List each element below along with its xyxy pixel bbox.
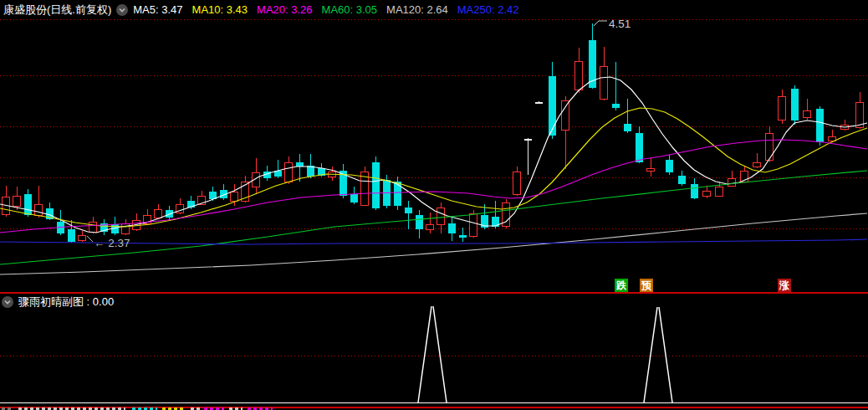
ma-line-MA250: [0, 239, 867, 244]
candle[interactable]: [155, 204, 162, 219]
subchart-title: 骤雨初晴副图: [18, 295, 84, 310]
candle-body: [716, 187, 723, 196]
candle[interactable]: [753, 153, 761, 168]
candle[interactable]: [372, 156, 380, 210]
chart-canvas[interactable]: 4.51← 2.37: [0, 0, 868, 410]
candle[interactable]: [841, 120, 849, 131]
candle[interactable]: [24, 189, 32, 217]
candle[interactable]: [791, 85, 799, 125]
candle-body: [437, 208, 445, 224]
candle[interactable]: [856, 92, 864, 129]
candle-body: [296, 162, 304, 167]
candle-body: [524, 139, 532, 141]
candle[interactable]: [513, 167, 521, 196]
candle[interactable]: [448, 218, 456, 241]
candle[interactable]: [600, 47, 608, 100]
candle[interactable]: [394, 177, 401, 210]
candle-body: [624, 124, 631, 131]
candle[interactable]: [589, 23, 596, 89]
candle[interactable]: [285, 156, 293, 184]
signal-spike: [418, 306, 447, 402]
ma-line-MA20: [0, 140, 867, 233]
candle[interactable]: [296, 154, 304, 182]
annotation-leader: [87, 236, 93, 242]
candle-body: [513, 172, 521, 194]
candle-body: [416, 215, 423, 229]
candle[interactable]: [766, 126, 774, 162]
candle-body: [372, 162, 380, 208]
candle[interactable]: [3, 186, 10, 217]
candle[interactable]: [350, 187, 358, 204]
signal-tag: 跌: [615, 279, 628, 292]
candle[interactable]: [340, 164, 347, 198]
candle[interactable]: [405, 201, 412, 229]
candle-body: [350, 194, 358, 202]
chevron-down-icon[interactable]: [2, 296, 13, 308]
candle-body: [448, 223, 456, 233]
candle[interactable]: [100, 219, 108, 235]
candle-body: [728, 178, 736, 186]
candle-body: [703, 191, 711, 196]
candle[interactable]: [361, 167, 369, 206]
candle-body: [285, 162, 293, 182]
candle[interactable]: [459, 228, 467, 242]
candle-body: [829, 136, 836, 141]
candle[interactable]: [703, 186, 711, 198]
candle-body: [779, 96, 786, 120]
trading-app-window: 康盛股份(日线.前复权) MA5: 3.47MA10: 3.43MA20: 3.…: [0, 0, 868, 410]
signal-tag: 涨: [778, 279, 791, 292]
candle[interactable]: [716, 182, 723, 197]
candle[interactable]: [678, 171, 686, 186]
candle-body: [68, 229, 75, 242]
ma-line-MA10: [0, 108, 867, 227]
candle-body: [155, 209, 162, 218]
candle-body: [79, 235, 86, 240]
candle[interactable]: [133, 213, 140, 231]
candle[interactable]: [666, 155, 673, 175]
candle[interactable]: [575, 48, 583, 93]
candle-body: [691, 184, 698, 198]
candle[interactable]: [549, 62, 556, 139]
candle-body: [636, 133, 643, 162]
candle-body: [562, 100, 569, 130]
candle-body: [753, 162, 761, 167]
candle-body: [231, 192, 238, 201]
candle-body: [575, 61, 583, 90]
candle[interactable]: [57, 210, 64, 235]
candle[interactable]: [274, 160, 282, 178]
candle-body: [35, 204, 43, 215]
candle-body: [856, 102, 864, 127]
candle-body: [678, 176, 686, 184]
candle[interactable]: [612, 62, 620, 110]
candle-body: [89, 222, 97, 232]
candle-body: [426, 224, 434, 229]
candle-body: [13, 196, 21, 206]
candle[interactable]: [166, 206, 173, 219]
signal-spike: [644, 307, 672, 402]
candle[interactable]: [624, 99, 631, 133]
candle[interactable]: [426, 213, 434, 233]
candle-body: [647, 168, 655, 171]
candle[interactable]: [647, 158, 655, 177]
candle-body: [549, 76, 556, 136]
candle[interactable]: [329, 167, 336, 181]
candle[interactable]: [79, 231, 86, 242]
candle[interactable]: [636, 126, 643, 163]
candle-body: [600, 66, 608, 99]
candle-body: [24, 194, 32, 215]
annotation-leader: [594, 21, 607, 26]
candle[interactable]: [816, 106, 824, 146]
candle[interactable]: [492, 201, 499, 228]
candle[interactable]: [535, 101, 543, 104]
candle[interactable]: [779, 90, 786, 124]
candle[interactable]: [220, 184, 227, 200]
candle[interactable]: [524, 138, 532, 175]
ma-line-MA5: [0, 77, 867, 233]
signal-tag: 预: [640, 279, 653, 292]
candle[interactable]: [253, 158, 260, 194]
candle[interactable]: [503, 199, 510, 228]
candle-body: [666, 160, 673, 172]
candle[interactable]: [804, 99, 811, 120]
candle[interactable]: [416, 210, 423, 238]
candle-body: [470, 213, 477, 236]
